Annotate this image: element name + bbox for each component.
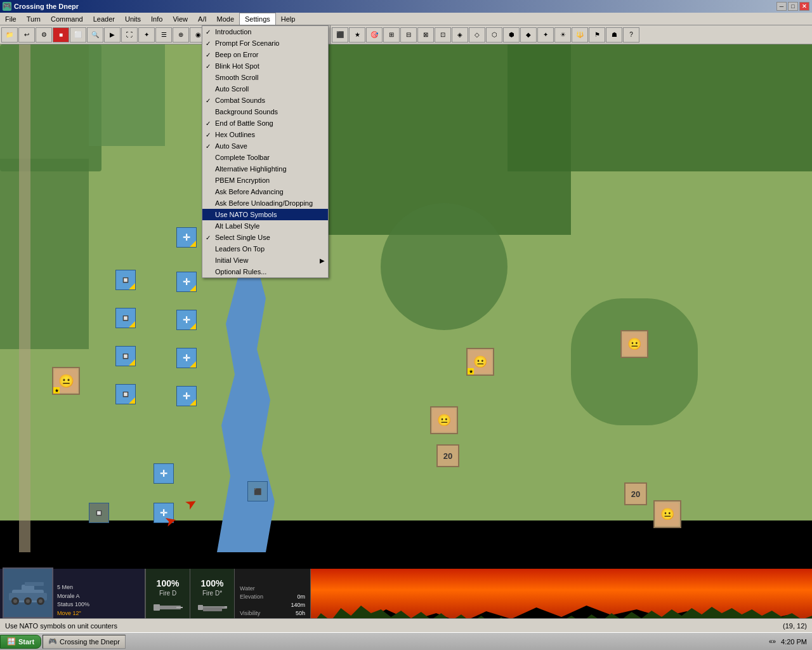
menu-mode[interactable]: Mode — [212, 13, 240, 25]
menu-beep-error[interactable]: ✓ Beep on Error — [202, 49, 328, 60]
status-bar: Use NATO symbols on unit counters (19, 1… — [0, 618, 812, 632]
toolbar-btn-6[interactable]: 🔍 — [87, 27, 103, 43]
menu-combat-sounds[interactable]: ✓ Combat Sounds — [202, 95, 328, 106]
check-beep: ✓ — [206, 51, 211, 58]
title-bar-buttons[interactable]: ─ □ ✕ — [776, 2, 809, 11]
check-blink: ✓ — [206, 63, 211, 70]
unit-counter-5[interactable]: ✛ — [176, 386, 197, 406]
menu-info[interactable]: Info — [146, 13, 167, 25]
toolbar-r-btn-10[interactable]: ⬡ — [486, 27, 502, 43]
unit-col2-4[interactable]: 🔲 — [115, 384, 136, 404]
unit-col2-2[interactable]: 🔲 — [115, 308, 136, 328]
check-end-battle: ✓ — [206, 120, 211, 127]
menu-alt-highlighting[interactable]: ✓ Alternative Highlighting — [202, 163, 328, 175]
menu-ask-advancing[interactable]: ✓ Ask Before Advancing — [202, 186, 328, 197]
toolbar-r-btn-6[interactable]: ⊠ — [417, 27, 434, 43]
toolbar-btn-11[interactable]: ⊕ — [173, 27, 189, 43]
toolbar-r-btn-18[interactable]: ? — [623, 27, 639, 43]
leader-portrait-right3[interactable]: 😐 — [430, 406, 458, 434]
toolbar-r-btn-7[interactable]: ⊡ — [435, 27, 451, 43]
svg-point-7 — [13, 599, 17, 603]
leader-portrait-right4[interactable]: 😐 — [653, 500, 681, 528]
menu-view[interactable]: View — [167, 13, 193, 25]
menu-alt-label[interactable]: ✓ Alt Label Style — [202, 220, 328, 232]
menu-prompt-scenario[interactable]: ✓ Prompt For Scenario — [202, 37, 328, 49]
status-message: Use NATO symbols on unit counters — [5, 622, 117, 630]
close-button[interactable]: ✕ — [799, 2, 809, 11]
maximize-button[interactable]: □ — [788, 2, 798, 11]
menu-use-nato[interactable]: ✓ Use NATO Symbols — [202, 209, 328, 220]
leader-portrait-left[interactable]: 😐 ★ — [52, 367, 80, 395]
toolbar-r-btn-12[interactable]: ◆ — [520, 27, 537, 43]
menu-auto-save[interactable]: ✓ Auto Save — [202, 140, 328, 152]
taskbar-arrows[interactable]: «» — [769, 638, 776, 645]
unit-col2-3[interactable]: 🔲 — [115, 346, 136, 366]
toolbar-r-btn-8[interactable]: ◈ — [452, 27, 468, 43]
toolbar-r-btn-4[interactable]: ⊞ — [383, 27, 400, 43]
menu-units[interactable]: Units — [120, 13, 146, 25]
check-introduction: ✓ — [206, 29, 211, 36]
menu-settings[interactable]: Settings — [239, 13, 276, 25]
menu-leader[interactable]: Leader — [88, 13, 120, 25]
menu-help[interactable]: Help — [276, 13, 301, 25]
leader-portrait-right1[interactable]: 😐 ★ — [466, 348, 494, 376]
menu-introduction[interactable]: ✓ Introduction — [202, 26, 328, 37]
toolbar-r-btn-3[interactable]: 🎯 — [366, 27, 383, 43]
toolbar-r-btn-1[interactable]: ⬛ — [332, 27, 348, 43]
unit-col2-1[interactable]: 🔲 — [115, 270, 136, 290]
menu-complete-toolbar[interactable]: ✓ Complete Toolbar — [202, 152, 328, 163]
elevation-value: 0m — [297, 594, 305, 600]
toolbar-r-btn-11[interactable]: ⬢ — [503, 27, 520, 43]
toolbar-btn-5[interactable]: ⬜ — [70, 27, 86, 43]
toolbar-btn-3[interactable]: ⚙ — [36, 27, 52, 43]
menu-background-sounds[interactable]: ✓ Background Sounds — [202, 106, 328, 117]
menu-initial-view[interactable]: ✓ Initial View ▶ — [202, 255, 328, 266]
menu-auto-scroll[interactable]: ✓ Auto Scroll — [202, 83, 328, 95]
unit-counter-4[interactable]: ✛ — [176, 348, 197, 368]
toolbar-btn-2[interactable]: ↩ — [18, 27, 35, 43]
number-unit-2[interactable]: 20 — [624, 482, 647, 505]
menu-smooth-scroll[interactable]: ✓ Smooth Scroll — [202, 72, 328, 83]
toolbar-r-btn-5[interactable]: ⊟ — [400, 27, 417, 43]
taskbar-app[interactable]: 🎮 Crossing the Dnepr — [43, 635, 126, 649]
toolbar-r-btn-2[interactable]: ★ — [349, 27, 365, 43]
toolbar-r-btn-13[interactable]: ✦ — [537, 27, 554, 43]
menu-leaders-top[interactable]: ✓ Leaders On Top — [202, 243, 328, 255]
toolbar-btn-10[interactable]: ☰ — [155, 27, 172, 43]
menu-end-battle[interactable]: ✓ End of Battle Song — [202, 117, 328, 129]
coordinates: (19, 12) — [783, 622, 807, 630]
unit-counter-2[interactable]: ✛ — [176, 272, 197, 292]
menu-turn[interactable]: Turn — [22, 13, 46, 25]
toolbar-btn-9[interactable]: ✦ — [138, 27, 155, 43]
menu-ask-unloading[interactable]: ✓ Ask Before Unloading/Dropping — [202, 197, 328, 209]
minimize-button[interactable]: ─ — [776, 2, 787, 11]
toolbar-btn-7[interactable]: ▶ — [104, 27, 121, 43]
unit-counter-3[interactable]: ✛ — [176, 310, 197, 330]
menu-select-single[interactable]: ✓ Select Single Use — [202, 232, 328, 243]
toolbar-r-btn-17[interactable]: ☗ — [606, 27, 622, 43]
menu-blink-hotspot[interactable]: ✓ Blink Hot Spot — [202, 60, 328, 72]
leader-portrait-right2[interactable]: 😐 — [620, 330, 648, 358]
menu-hex-outlines[interactable]: ✓ Hex Outlines — [202, 129, 328, 140]
toolbar-r-btn-16[interactable]: ⚑ — [589, 27, 605, 43]
svg-rect-12 — [176, 607, 183, 608]
unit-tank-water[interactable]: ⬛ — [247, 481, 268, 501]
game-map[interactable]: ✛ ✛ ✛ ✛ ✛ ✛ ✛ 🔲 😐 ★ 🔲 🔲 🔲 — [0, 44, 812, 561]
menu-optional-rules[interactable]: ✓ Optional Rules... — [202, 266, 328, 277]
menu-command[interactable]: Command — [46, 13, 88, 25]
menu-ai[interactable]: A/I — [193, 13, 211, 25]
menu-file[interactable]: File — [0, 13, 22, 25]
number-unit-1[interactable]: 20 — [436, 444, 459, 467]
toolbar-btn-4[interactable]: ■ — [53, 27, 69, 43]
toolbar-r-btn-14[interactable]: ☀ — [554, 27, 571, 43]
menu-pbem[interactable]: ✓ PBEM Encryption — [202, 175, 328, 186]
unit-counter-6[interactable]: ✛ — [154, 463, 174, 484]
svg-point-9 — [39, 599, 43, 603]
start-button[interactable]: 🪟 Start — [0, 635, 41, 649]
unit-counter-1[interactable]: ✛ — [176, 227, 197, 248]
toolbar-btn-1[interactable]: 📁 — [1, 27, 18, 43]
toolbar-r-btn-9[interactable]: ◇ — [469, 27, 485, 43]
unit-counter-tank-left[interactable]: 🔲 — [89, 503, 109, 523]
toolbar-r-btn-15[interactable]: 🔱 — [572, 27, 588, 43]
toolbar-btn-8[interactable]: ⛶ — [121, 27, 138, 43]
